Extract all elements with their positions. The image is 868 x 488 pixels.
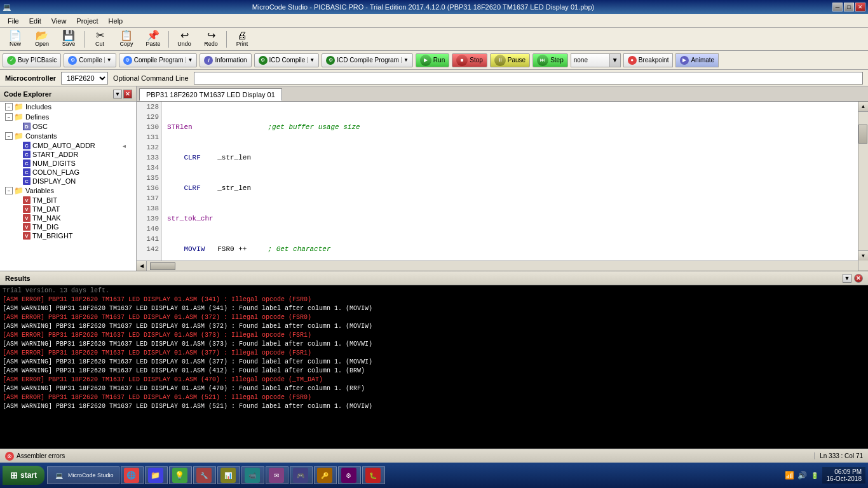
tree-tm-bright[interactable]: V TM_BRIGHT (0, 231, 136, 240)
menu-help[interactable]: Help (104, 16, 128, 26)
panel-dropdown-btn[interactable]: ▼ (113, 90, 122, 98)
taskbar-app-3[interactable]: 💡 (169, 466, 192, 484)
tree-start-addr[interactable]: C START_ADDR (0, 150, 136, 159)
cut-button[interactable]: ✂ Cut (87, 30, 112, 49)
information-button[interactable]: i Information (200, 53, 251, 67)
taskbar-app-4-icon: 🔧 (196, 468, 212, 483)
app-icon: 💻 (3, 3, 11, 11)
save-button[interactable]: 💾 Save (56, 30, 81, 49)
cmd-auto-addr-label: CMD_AUTO_ADDR (32, 142, 95, 149)
osc-define-icon: D (23, 123, 31, 130)
microcontroller-select[interactable]: 18F2620 (61, 72, 108, 85)
constants-expand[interactable]: − (5, 132, 13, 140)
undo-button[interactable]: ↩ Undo (172, 30, 197, 49)
result-error-373: [ASM ERROR] PBP31 18F2620 TM1637 LED DIS… (3, 331, 865, 340)
tree-tm-bit[interactable]: V TM_BIT (0, 196, 136, 205)
maximize-button[interactable]: □ (844, 3, 854, 11)
tree-display-on[interactable]: C DISPLAY_ON (0, 177, 136, 186)
tree-defines[interactable]: − 📁 Defines (0, 112, 136, 122)
tree-constants[interactable]: − 📁 Constants (0, 131, 136, 141)
results-dropdown-btn[interactable]: ▼ (843, 274, 851, 283)
icd-compile-program-dropdown-arrow[interactable]: ▼ (401, 57, 409, 63)
tree-tm-nak[interactable]: V TM_NAK (0, 214, 136, 222)
tree-colon-flag[interactable]: C COLON_FLAG (0, 168, 136, 177)
variables-expand[interactable]: − (5, 187, 13, 194)
menu-view[interactable]: View (46, 16, 72, 26)
icd-compile-button[interactable]: ⚙ ICD Compile ▼ (254, 53, 320, 67)
results-content[interactable]: Trial version. 13 days left. [ASM ERROR]… (0, 285, 868, 449)
copy-button[interactable]: 📋 Copy (114, 30, 139, 49)
none-dropdown[interactable]: none ▼ (571, 53, 621, 67)
step-button[interactable]: ⏭ Step (532, 53, 568, 67)
tm-dat-icon: V (23, 205, 31, 213)
menu-project[interactable]: Project (71, 16, 103, 26)
taskbar-app-5[interactable]: 📊 (217, 466, 240, 484)
breakpoint-button[interactable]: ● Breakpoint (623, 53, 674, 67)
print-button[interactable]: 🖨 Print (229, 30, 255, 49)
code-content[interactable]: STRlen ;get buffer usage size CLRF _str_… (162, 102, 858, 261)
taskbar-app-2[interactable]: 📁 (145, 466, 168, 484)
taskbar-app-11[interactable]: 🐛 (362, 466, 385, 484)
start-button[interactable]: ⊞ start (3, 466, 44, 485)
open-button[interactable]: 📂 Open (29, 30, 55, 49)
compile-program-button[interactable]: ⚙ Compile Program ▼ (119, 53, 198, 67)
pause-button[interactable]: ⏸ Pause (490, 53, 530, 67)
compile-program-dropdown-arrow[interactable]: ▼ (186, 57, 193, 63)
taskbar-app-6[interactable]: 📹 (241, 466, 264, 484)
taskbar-app-10[interactable]: ⚙ (338, 466, 361, 484)
close-button[interactable]: ✕ (855, 3, 865, 11)
compile-button[interactable]: ⚙ Compile ▼ (64, 53, 116, 67)
run-button[interactable]: ▶ Run (416, 53, 449, 67)
editor-tab-main[interactable]: PBP31 18F2620 TM1637 LED Display 01 (139, 88, 282, 101)
compile-dropdown-arrow[interactable]: ▼ (104, 57, 112, 63)
tree-tm-dig[interactable]: V TM_DIG (0, 222, 136, 231)
taskbar-app-1[interactable]: 🌐 (121, 466, 144, 484)
icd-compile-dropdown-arrow[interactable]: ▼ (307, 57, 315, 63)
redo-button[interactable]: ↪ Redo (198, 30, 224, 49)
panel-close-btn[interactable]: ✕ (123, 90, 132, 98)
results-close-btn[interactable]: ✕ (854, 274, 863, 283)
taskbar-app-9[interactable]: 🔑 (314, 466, 337, 484)
information-label: Information (215, 57, 247, 64)
tree-includes[interactable]: − 📁 Includes (0, 102, 136, 112)
optional-command-input[interactable] (194, 72, 863, 85)
osc-label: OSC (32, 123, 48, 130)
tree-osc[interactable]: D OSC (0, 122, 136, 131)
scroll-up-button[interactable]: ▲ (858, 102, 868, 112)
scroll-left-button[interactable]: ◀ (137, 261, 147, 271)
defines-expand[interactable]: − (5, 113, 13, 121)
taskbar-microcode[interactable]: 💻 MicroCode Studio (47, 466, 119, 484)
animate-button[interactable]: ▶ Animate (675, 53, 719, 67)
scroll-down-button[interactable]: ▼ (858, 250, 868, 261)
menu-edit[interactable]: Edit (24, 16, 46, 26)
result-error-470: [ASM ERROR] PBP31 18F2620 TM1637 LED DIS… (3, 376, 865, 384)
start-addr-label: START_ADDR (32, 151, 78, 158)
menu-file[interactable]: File (3, 16, 24, 26)
new-button[interactable]: 📄 New (3, 30, 28, 49)
icd-compile-program-button[interactable]: ⚙ ICD Compile Program ▼ (322, 53, 413, 67)
includes-expand[interactable]: − (5, 103, 13, 111)
colon-flag-icon: C (23, 168, 31, 176)
taskbar-app-7[interactable]: ✉ (266, 466, 288, 484)
tree-cmd-auto-addr[interactable]: C CMD_AUTO_ADDR ◂ (0, 141, 136, 150)
horizontal-scrollbar[interactable]: ◀ ▶ (137, 261, 868, 271)
tree-tm-dat[interactable]: V TM_DAT (0, 205, 136, 214)
result-warning-373: [ASM WARNING] PBP31 18F2620 TM1637 LED D… (3, 340, 865, 349)
assembler-errors-label: Assembler errors (17, 452, 65, 459)
breakpoint-icon: ● (628, 56, 637, 65)
taskbar-app-8[interactable]: 🎮 (290, 466, 313, 484)
scroll-thumb[interactable] (858, 125, 867, 144)
code-vertical-scrollbar[interactable]: ▲ ▼ (858, 102, 868, 261)
results-header: Results ▼ ✕ (0, 271, 868, 285)
hscroll-thumb[interactable] (150, 262, 175, 270)
paste-button[interactable]: 📌 Paste (140, 30, 166, 49)
tree-num-digits[interactable]: C NUM_DIGITS (0, 159, 136, 168)
minimize-button[interactable]: ─ (832, 3, 843, 11)
battery-icon: 🔋 (810, 470, 820, 480)
buy-picbasic-button[interactable]: ✓ Buy PICBasic (3, 53, 61, 67)
tree-variables[interactable]: − 📁 Variables (0, 186, 136, 196)
none-dropdown-arrow[interactable]: ▼ (609, 54, 620, 67)
main-area: Code Explorer ▼ ✕ − 📁 Includes − 📁 Defin… (0, 86, 868, 271)
stop-button[interactable]: ■ Stop (452, 53, 487, 67)
taskbar-app-4[interactable]: 🔧 (193, 466, 216, 484)
